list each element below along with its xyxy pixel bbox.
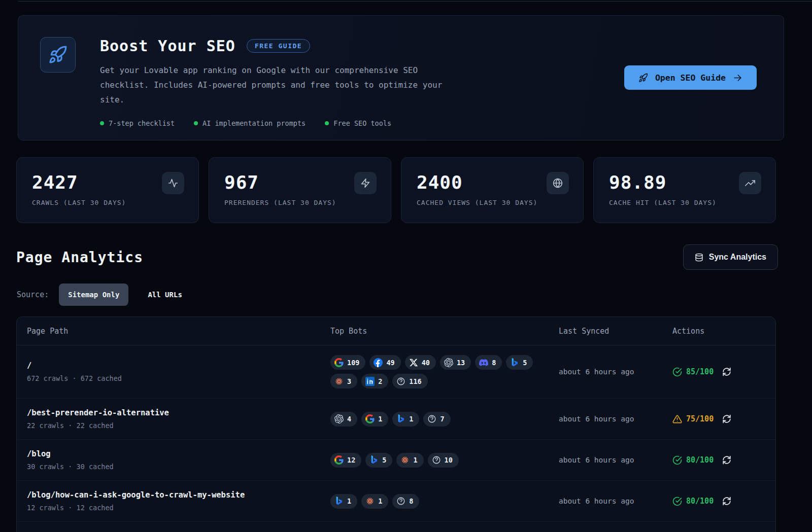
page-path: /blog/how-can-i-ask-google-to-crawl-my-w…: [27, 490, 330, 500]
bot-count: 12: [347, 456, 355, 464]
unknown-icon: [427, 414, 436, 423]
bot-pill-unknown: 10: [428, 453, 459, 468]
score-value: 75/100: [686, 414, 714, 423]
last-synced: about 6 hours ago: [559, 415, 672, 423]
top-divider: [18, 1, 812, 2]
feature-label: Free SEO tools: [333, 119, 391, 127]
stat-card: 2400 CACHED VIEWS (LAST 30 DAYS): [401, 157, 584, 223]
trending-up-icon: [739, 172, 761, 194]
refresh-button[interactable]: [722, 414, 731, 423]
top-bots-cell: 4 1 1 7: [330, 412, 534, 427]
page-analytics-table: Page Path Top Bots Last Synced Actions /…: [16, 316, 776, 532]
bot-count: 3: [347, 377, 351, 385]
actions-cell: 80/100: [672, 496, 765, 506]
actions-cell: 85/100: [672, 367, 765, 377]
stat-card: 98.89 CACHE HIT (LAST 30 DAYS): [593, 157, 776, 223]
open-seo-guide-button[interactable]: Open SEO Guide: [624, 65, 757, 90]
bot-pill-openai: 13: [440, 355, 471, 370]
facebook-icon: [374, 358, 383, 367]
claude-icon: [400, 455, 410, 465]
openai-icon: [334, 414, 344, 423]
bot-count: 49: [386, 359, 394, 367]
check-circle-icon: [672, 367, 682, 377]
claude-icon: [365, 496, 375, 506]
stat-label: CRAWLS (LAST 30 DAYS): [32, 199, 198, 206]
page-path: /best-prerender-io-alternative: [27, 408, 330, 417]
bot-pill-bing: 5: [506, 355, 533, 370]
bing-icon: [334, 496, 344, 506]
refresh-button[interactable]: [722, 367, 731, 376]
refresh-button[interactable]: [722, 496, 731, 506]
check-circle-icon: [672, 496, 682, 506]
top-bots-cell: 12 5 1 10: [330, 453, 534, 468]
google-icon: [334, 358, 344, 367]
bot-count: 8: [409, 497, 413, 505]
page-path-meta: 22 crawls · 22 cached: [27, 421, 330, 430]
feature-item: AI implementation prompts: [194, 119, 306, 127]
alert-triangle-icon: [672, 414, 682, 424]
bot-pill-linkedin: 2: [361, 374, 388, 388]
stat-card: 2427 CRAWLS (LAST 30 DAYS): [16, 157, 199, 223]
stats-row: 2427 CRAWLS (LAST 30 DAYS) 967 PRERENDER…: [16, 157, 776, 223]
bot-pill-x: 40: [405, 355, 436, 370]
seo-score: 75/100: [672, 414, 714, 424]
source-option-sitemap-only[interactable]: Sitemap Only: [59, 283, 128, 306]
bot-count: 1: [409, 415, 413, 423]
feature-label: AI implementation prompts: [202, 119, 306, 127]
rocket-icon: [40, 37, 76, 73]
check-circle-icon: [672, 455, 682, 465]
source-option-all-urls[interactable]: All URLs: [139, 283, 191, 306]
last-synced: about 6 hours ago: [559, 368, 672, 376]
table-row[interactable]: /blog 30 crawls · 30 cached 12 5 1: [17, 440, 775, 481]
globe-icon: [547, 172, 569, 194]
feature-label: 7-step checklist: [109, 119, 175, 127]
table-row[interactable]: /best-prerender-io-alternative 22 crawls…: [17, 399, 775, 440]
bot-pill-claude: 1: [396, 453, 423, 468]
table-header: Page Path Top Bots Last Synced Actions: [17, 317, 775, 345]
bot-pill-bing: 5: [365, 453, 392, 468]
actions-cell: 75/100: [672, 414, 765, 424]
refresh-icon: [722, 496, 731, 506]
bing-icon: [369, 455, 379, 465]
arrow-right-icon: [733, 73, 742, 83]
database-icon: [695, 253, 703, 262]
table-row[interactable]: / 672 crawls · 672 cached 109 49 40: [17, 345, 775, 399]
openai-icon: [444, 358, 453, 367]
bot-count: 1: [378, 497, 382, 505]
activity-icon: [162, 172, 184, 194]
page-path-meta: 12 crawls · 12 cached: [27, 504, 330, 512]
table-row[interactable]: /blog/how-can-i-ask-google-to-crawl-my-w…: [17, 481, 775, 522]
bot-count: 40: [422, 359, 430, 367]
refresh-button[interactable]: [722, 455, 731, 465]
bot-count: 8: [492, 359, 496, 367]
column-header-top-bots: Top Bots: [330, 327, 559, 336]
page-path: /: [27, 361, 330, 370]
unknown-icon: [396, 377, 405, 386]
banner-feature-list: 7-step checklist AI implementation promp…: [100, 119, 470, 127]
bot-pill-google: 109: [330, 355, 365, 370]
bot-count: 109: [347, 359, 359, 367]
bot-pill-bing: 1: [392, 412, 419, 427]
page-path-meta: 672 crawls · 672 cached: [27, 374, 330, 382]
unknown-icon: [396, 496, 405, 506]
bot-pill-google: 1: [361, 412, 388, 427]
page-path-meta: 30 crawls · 30 cached: [27, 463, 330, 471]
bot-count: 5: [382, 456, 386, 464]
refresh-icon: [722, 414, 731, 423]
score-value: 85/100: [686, 367, 714, 376]
zap-icon: [354, 172, 377, 194]
bing-icon: [396, 414, 405, 423]
stat-label: PRERENDERS (LAST 30 DAYS): [224, 199, 391, 206]
bot-count: 1: [378, 415, 382, 423]
page-title: Page Analytics: [16, 249, 143, 266]
column-header-actions: Actions: [672, 327, 765, 336]
last-synced: about 6 hours ago: [559, 497, 672, 505]
column-header-last-synced: Last Synced: [559, 327, 672, 336]
discord-icon: [479, 358, 488, 367]
bot-pill-unknown: 116: [392, 374, 427, 388]
seo-score: 85/100: [672, 367, 714, 377]
bot-pill-unknown: 7: [423, 412, 450, 427]
open-seo-guide-label: Open SEO Guide: [655, 73, 726, 83]
top-bots-cell: 109 49 40 13 8: [330, 355, 534, 388]
sync-analytics-button[interactable]: Sync Analytics: [683, 244, 778, 270]
